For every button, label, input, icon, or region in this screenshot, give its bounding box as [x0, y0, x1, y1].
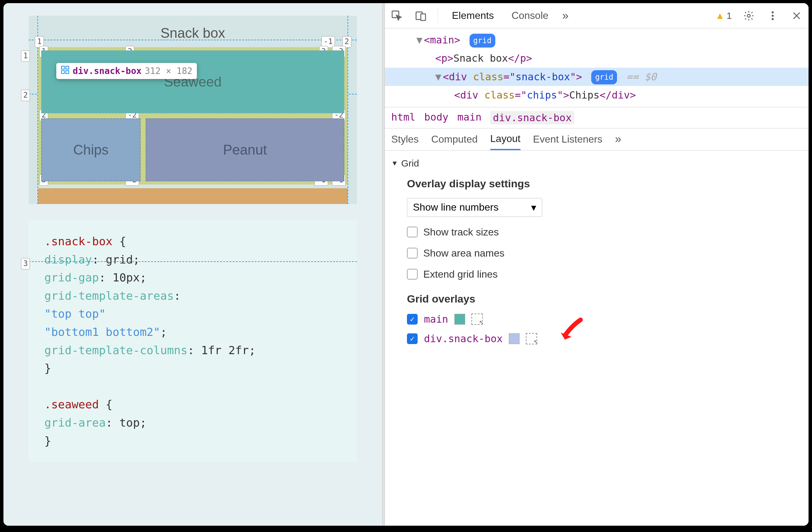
element-row-main[interactable]: ▼<main> grid: [385, 31, 809, 49]
breadcrumb-item[interactable]: html: [391, 111, 416, 124]
svg-rect-2: [61, 71, 64, 73]
grid-line-horizontal: [29, 261, 357, 262]
layout-panel: ▼ Grid Overlay display settings Show lin…: [385, 151, 809, 526]
grid-overlays-heading: Grid overlays: [407, 293, 786, 305]
section-label: Grid: [401, 158, 419, 169]
reveal-element-icon[interactable]: [526, 333, 537, 345]
subtab-overflow-button[interactable]: »: [615, 132, 621, 146]
checkbox-icon: ✓: [407, 333, 418, 344]
bottom-bar: [38, 188, 348, 204]
svg-rect-3: [66, 71, 69, 73]
checkbox-label: Extend grid lines: [423, 268, 498, 280]
grid-badge[interactable]: grid: [469, 34, 495, 48]
overlay-label: div.snack-box: [424, 333, 503, 345]
subtab-event-listeners[interactable]: Event Listeners: [533, 128, 603, 150]
checkbox-icon: ✓: [407, 314, 418, 324]
overlay-label: main: [424, 313, 448, 325]
checkbox-icon: [407, 248, 418, 258]
subtab-styles[interactable]: Styles: [391, 128, 419, 150]
breadcrumb-item[interactable]: body: [424, 111, 448, 124]
layout-section-header[interactable]: ▼ Grid: [385, 155, 809, 171]
breadcrumb-item[interactable]: main: [457, 111, 481, 124]
warnings-badge[interactable]: ▲ 1: [715, 10, 732, 21]
element-row-div-chips[interactable]: <div class="chips">Chips</div>: [385, 86, 809, 104]
rendered-page-pane: 1 -1 2 1 2 3 Snack box 1 2 3 -3 2 -2 -2 …: [3, 3, 382, 526]
tooltip-dimensions: 312 × 182: [145, 66, 192, 76]
svg-point-7: [748, 14, 750, 17]
element-row-p[interactable]: <p>Snack box</p>: [385, 49, 809, 67]
line-numbers-select[interactable]: Show line numbers ▾: [407, 198, 542, 217]
styles-subtabs: Styles Computed Layout Event Listeners »: [385, 128, 809, 151]
inspect-element-icon[interactable]: [390, 9, 404, 23]
grid-cell-seaweed[interactable]: Seaweed: [41, 51, 344, 113]
chevron-down-icon: ▾: [531, 201, 536, 213]
devtools-pane: Elements Console » ▲ 1 ▼<main> grid: [385, 3, 809, 526]
pane-resizer[interactable]: [382, 3, 385, 526]
preview-heading: Snack box: [38, 25, 348, 41]
tooltip-selector: div.snack-box: [73, 66, 142, 76]
grid-badge[interactable]: grid: [591, 70, 617, 84]
element-row-div-snack-box[interactable]: ••• ▼<div class="snack-box"> grid == $0: [385, 68, 809, 86]
warning-count: 1: [726, 10, 732, 21]
checkbox-label: Show track sizes: [423, 226, 499, 238]
tab-overflow-button[interactable]: »: [562, 9, 569, 22]
gear-icon[interactable]: [742, 9, 756, 23]
reveal-element-icon[interactable]: [472, 313, 483, 325]
checkbox-show-track-sizes[interactable]: Show track sizes: [407, 226, 786, 238]
kebab-menu-icon[interactable]: [766, 9, 780, 23]
grid-overlay-main[interactable]: ✓ main: [407, 313, 786, 325]
tab-elements[interactable]: Elements: [448, 3, 497, 28]
color-swatch[interactable]: [454, 314, 465, 324]
elements-tree[interactable]: ▼<main> grid <p>Snack box</p> ••• ▼<div …: [385, 28, 809, 107]
warning-icon: ▲: [715, 10, 725, 21]
svg-point-10: [772, 18, 774, 20]
checkbox-show-area-names[interactable]: Show area names: [407, 248, 786, 259]
annotation-arrow-icon: [558, 317, 586, 345]
grid-line-label: 2: [21, 90, 30, 101]
checkbox-extend-grid-lines[interactable]: Extend grid lines: [407, 268, 786, 280]
grid-cell-peanut[interactable]: Peanut: [146, 118, 344, 181]
svg-rect-0: [61, 66, 64, 69]
grid-overlay-snack-box[interactable]: ✓ div.snack-box: [407, 333, 786, 345]
grid-line-label: 1: [21, 51, 30, 62]
css-code-block: .snack-box { display: grid; grid-gap: 10…: [29, 220, 357, 462]
svg-rect-1: [66, 66, 69, 69]
breadcrumb-item[interactable]: div.snack-box: [490, 111, 574, 124]
subtab-layout[interactable]: Layout: [490, 128, 521, 150]
grid-line-horizontal: [29, 40, 357, 40]
device-toggle-icon[interactable]: [414, 9, 428, 23]
close-icon[interactable]: [790, 9, 803, 23]
color-swatch[interactable]: [509, 333, 520, 344]
devtools-toolbar: Elements Console » ▲ 1: [385, 3, 809, 28]
svg-point-9: [772, 14, 774, 17]
element-inspect-tooltip: div.snack-box 312 × 182: [56, 63, 197, 79]
grid-line-label: 3: [21, 258, 30, 269]
checkbox-icon: [407, 269, 418, 280]
tab-console[interactable]: Console: [508, 3, 552, 28]
select-value: Show line numbers: [413, 201, 498, 213]
grid-icon: [61, 66, 70, 76]
svg-point-8: [772, 11, 774, 14]
grid-cell-chips[interactable]: Chips: [41, 118, 141, 181]
svg-rect-6: [421, 14, 425, 20]
overlay-settings-heading: Overlay display settings: [407, 178, 786, 190]
subtab-computed[interactable]: Computed: [431, 128, 478, 150]
console-ref: == $0: [626, 71, 656, 83]
checkbox-icon: [407, 227, 418, 237]
triangle-down-icon: ▼: [391, 159, 398, 167]
checkbox-label: Show area names: [423, 248, 505, 259]
dom-breadcrumb: html body main div.snack-box: [385, 107, 809, 128]
